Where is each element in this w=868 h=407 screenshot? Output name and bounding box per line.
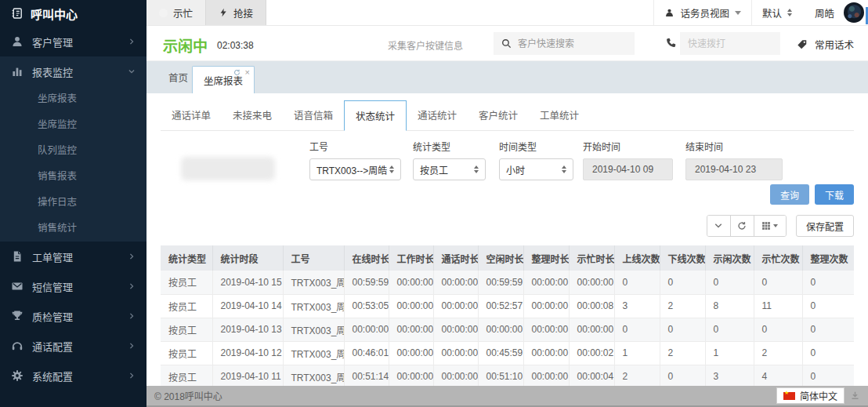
table-cell: 0: [660, 318, 705, 341]
refresh-button[interactable]: [731, 216, 754, 236]
table-cell: 00:52:57: [478, 294, 523, 318]
sidebar-item-customer-mgmt[interactable]: 客户管理: [0, 27, 146, 56]
table-cell: 0: [802, 365, 854, 388]
table-cell: 0: [802, 271, 854, 294]
table-cell: 2019-04-10 15: [212, 271, 283, 294]
filter-row: 工号 TRTX003-->周皓 统计类型 按员工 时间类型: [161, 140, 854, 180]
refresh-tab-icon[interactable]: [233, 69, 241, 76]
table-body: 按员工2019-04-10 15TRTX003_周皓00:59:5900:00:…: [161, 271, 854, 388]
sidebar-subitem-sales-stats[interactable]: 销售统计: [0, 216, 146, 242]
table-cell: 00:00:00: [389, 365, 433, 388]
avatar[interactable]: [844, 2, 864, 23]
table-cell: TRTX003_周皓: [283, 294, 344, 318]
status-dot-icon: [159, 9, 168, 17]
table-cell: 00:00:00: [433, 271, 478, 294]
show-busy-button[interactable]: 示忙: [146, 0, 206, 25]
table-cell: 00:00:00: [389, 271, 433, 294]
trophy-icon: [11, 310, 24, 322]
table-cell: TRTX003_周皓: [283, 365, 344, 388]
end-time-input[interactable]: 2019-04-10 23: [685, 158, 783, 180]
sidebar-item-report-monitor[interactable]: 报表监控: [0, 56, 146, 86]
stat-type-select[interactable]: 按员工: [413, 158, 486, 180]
sidebar-subitem-queue-monitor[interactable]: 队列监控: [0, 138, 146, 164]
quick-dial-input[interactable]: [688, 38, 772, 49]
table-cell: 00:00:00: [433, 318, 478, 341]
filter-time-type: 时间类型 小时: [499, 140, 573, 180]
select-arrows-icon: [389, 165, 394, 173]
table-cell: 按员工: [161, 365, 212, 388]
view-selector[interactable]: 话务员视图: [653, 0, 751, 25]
table-cell: 00:53:05: [344, 294, 389, 318]
subtab-0[interactable]: 通话详单: [161, 100, 222, 130]
table-cell: TRTX003_周皓: [283, 318, 344, 341]
filter-start-time: 开始时间 2019-04-10 09: [583, 140, 673, 180]
table-cell: 00:00:08: [569, 294, 614, 318]
sidebar-subitem-operation-log[interactable]: 操作日志: [0, 190, 146, 216]
chevron-down-icon: [714, 221, 723, 231]
filter-agent: 工号 TRTX003-->周皓: [309, 140, 401, 180]
sidebar-subitem-agent-monitor[interactable]: 坐席监控: [0, 112, 146, 138]
sidebar-subitem-sales-report[interactable]: 销售报表: [0, 164, 146, 190]
download-button[interactable]: 下载: [815, 184, 854, 205]
table-cell: 2: [614, 365, 660, 388]
column-header-5: 通话时长: [433, 245, 478, 271]
sidebar-item-sms-mgmt[interactable]: 短信管理: [0, 271, 146, 301]
collapse-button[interactable]: [707, 216, 731, 236]
lightning-icon: [219, 8, 228, 17]
table-cell: 00:00:00: [523, 294, 569, 318]
download-page-icon[interactable]: [850, 391, 860, 401]
sidebar-item-qa-mgmt[interactable]: 质检管理: [0, 301, 146, 331]
subtab-4[interactable]: 通话统计: [407, 100, 468, 130]
table-cell: 按员工: [161, 341, 212, 365]
status-bar: 示闲中 02:03:38 采集客户按键信息 常用话术: [146, 26, 868, 61]
tab-agent-report[interactable]: × 坐席报表: [192, 66, 255, 93]
profile-selector[interactable]: 默认: [751, 0, 802, 25]
select-arrows-icon: [562, 165, 566, 173]
sidebar-subitem-agent-report[interactable]: 坐席报表: [0, 86, 146, 112]
table-cell: 按员工: [161, 318, 212, 341]
subtab-1[interactable]: 未接来电: [222, 100, 283, 130]
customer-search-input[interactable]: [518, 38, 627, 49]
subtab-5[interactable]: 客户统计: [468, 100, 529, 130]
column-header-10: 下线次数: [660, 245, 705, 271]
table-toolbar: 保存配置: [161, 215, 854, 237]
quick-dial-box[interactable]: [680, 32, 780, 55]
columns-button[interactable]: [754, 216, 786, 236]
caret-down-icon: [735, 11, 741, 15]
document-icon: [11, 250, 24, 263]
common-scripts-button[interactable]: 常用话术: [797, 37, 854, 52]
column-header-8: 示忙时长: [569, 245, 614, 271]
footer: © 2018呼叫中心 简体中文: [146, 386, 868, 407]
chevron-right-icon: [128, 312, 136, 320]
save-config-button[interactable]: 保存配置: [796, 215, 854, 237]
collect-dtmf-button[interactable]: 采集客户按键信息: [388, 38, 463, 52]
customer-search-box[interactable]: [494, 32, 635, 55]
table-cell: 0: [802, 341, 854, 365]
sidebar-item-system-config[interactable]: 系统配置: [0, 361, 146, 391]
table-header-row: 统计类型统计时段工号在线时长工作时长通话时长空闲时长整理时长示忙时长上线次数下线…: [161, 245, 854, 271]
subtab-6[interactable]: 工单统计: [529, 100, 590, 130]
close-tab-icon[interactable]: ×: [245, 69, 250, 76]
time-type-select[interactable]: 小时: [499, 158, 573, 180]
subtab-3[interactable]: 状态统计: [344, 100, 407, 131]
table-cell: 00:45:59: [478, 341, 523, 365]
grab-call-button[interactable]: 抢接: [206, 0, 266, 25]
sidebar-item-ticket-mgmt[interactable]: 工单管理: [0, 242, 146, 271]
start-time-input[interactable]: 2019-04-10 09: [583, 158, 673, 180]
table-cell: 00:00:00: [389, 294, 433, 318]
agent-select[interactable]: TRTX003-->周皓: [309, 158, 401, 180]
table-cell: 00:00:00: [523, 271, 569, 294]
table-cell: 0: [614, 318, 660, 341]
table-cell: 00:00:00: [344, 318, 389, 341]
table-row-3: 按员工2019-04-10 12TRTX003_周皓00:46:0100:00:…: [161, 341, 854, 365]
table-cell: 0: [614, 271, 660, 294]
select-arrows-icon: [474, 165, 479, 173]
sidebar-item-call-config[interactable]: 通话配置: [0, 331, 146, 361]
chevron-down-icon: [128, 67, 136, 75]
language-selector[interactable]: 简体中文: [776, 387, 844, 404]
username: 周皓: [802, 0, 844, 25]
query-button[interactable]: 查询: [770, 184, 809, 205]
table-cell: 00:51:10: [478, 365, 523, 388]
app-window: 呼叫中心 客户管理 报表监控: [0, 0, 868, 407]
subtab-2[interactable]: 语音信箱: [283, 100, 344, 130]
